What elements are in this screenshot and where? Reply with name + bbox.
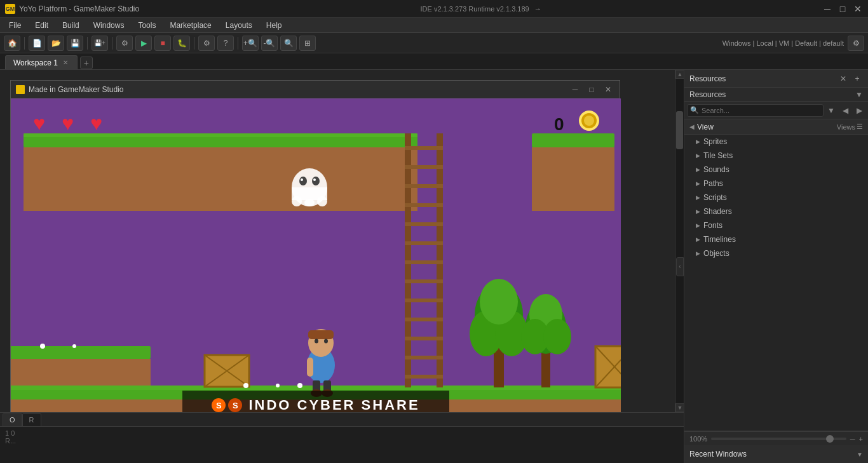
game-window-controls[interactable]: ─ □ ✕ [569, 84, 614, 95]
close-button[interactable]: ✕ [853, 4, 863, 14]
menu-edit[interactable]: Edit [29, 20, 55, 31]
tree-item-tilesets[interactable]: ▶ Tile Sets [684, 149, 868, 163]
recent-windows-title: Recent Windows [689, 450, 747, 459]
maximize-button[interactable]: □ [837, 4, 848, 14]
search-box[interactable]: 🔍 [687, 104, 824, 117]
tree-item-scripts[interactable]: ▶ Scripts [684, 191, 868, 205]
menu-layouts[interactable]: Layouts [219, 20, 259, 31]
zoom-in-button[interactable]: +🔍 [242, 36, 259, 51]
help-button[interactable]: ? [217, 36, 234, 51]
game-window-minimize[interactable]: ─ [569, 84, 581, 95]
svg-rect-3 [24, 133, 417, 137]
scroll-thumb-v[interactable] [676, 111, 683, 149]
resources-panel-header: Resources ✕ + [684, 70, 868, 88]
resources-panel: Resources ✕ + Resources ▼ 🔍 ▼ ◀ ▶ ◀ V [684, 70, 868, 463]
menu-help[interactable]: Help [260, 20, 288, 31]
objects-arrow: ▶ [695, 250, 701, 257]
svg-point-71 [276, 384, 280, 387]
game-window-close[interactable]: ✕ [602, 84, 614, 95]
ide-version: IDE v2.1.3.273 Runtime v2.1.3.189 → [421, 5, 541, 13]
zoom-thumb[interactable] [826, 435, 834, 443]
view-label: View [697, 123, 714, 131]
add-tab-button[interactable]: + [80, 57, 93, 69]
svg-point-74 [72, 344, 76, 348]
views-button[interactable]: Views ☰ [837, 123, 863, 131]
zoom-fit-button[interactable]: ⊞ [299, 36, 316, 51]
new-file-button[interactable]: 📄 [29, 36, 45, 51]
shaders-label: Shaders [703, 207, 863, 216]
svg-point-36 [304, 199, 315, 206]
svg-point-38 [299, 177, 307, 185]
tree-item-sounds[interactable]: ▶ Sounds [684, 163, 868, 177]
bottom-tab-o[interactable]: O [3, 413, 22, 426]
tabs-area: Workspace 1 ✕ + [0, 53, 868, 70]
bottom-tab-r[interactable]: R [22, 413, 41, 426]
zoom-slider[interactable] [711, 438, 846, 440]
recent-windows-header[interactable]: Recent Windows ▼ [684, 445, 868, 463]
game-window-title-text: Made in GameMaker Studio [29, 85, 123, 94]
svg-rect-23 [405, 337, 443, 340]
run-button[interactable]: ▶ [135, 36, 152, 51]
menu-build[interactable]: Build [56, 20, 86, 31]
tree-item-paths[interactable]: ▶ Paths [684, 177, 868, 191]
titlebar-controls[interactable]: ─ □ ✕ [822, 4, 863, 14]
tree-item-sprites[interactable]: ▶ Sprites [684, 135, 868, 149]
game-window-maximize[interactable]: □ [585, 84, 598, 95]
menu-marketplace[interactable]: Marketplace [163, 20, 217, 31]
zoom-reset-button[interactable]: 🔍 [280, 36, 297, 51]
menu-windows[interactable]: Windows [87, 20, 131, 31]
bottom-line-1: 1 0 [5, 429, 679, 437]
workspace-bottom-panel: O R 1 0 R... [0, 412, 684, 463]
menu-tools[interactable]: Tools [132, 20, 162, 31]
minimize-button[interactable]: ─ [822, 4, 832, 14]
search-dropdown-button[interactable]: ▼ [825, 104, 837, 117]
workspace-tab-1[interactable]: Workspace 1 ✕ [5, 55, 78, 69]
tree-item-fonts[interactable]: ▶ Fonts [684, 218, 868, 232]
debug-button[interactable]: 🐛 [173, 36, 190, 51]
view-collapse-arrow: ◀ [689, 123, 695, 130]
scroll-up-button[interactable]: ▲ [675, 70, 684, 79]
search-input[interactable] [702, 107, 820, 114]
environment-selector[interactable]: Windows | Local | VM | Default | default [722, 39, 844, 47]
menu-file[interactable]: File [3, 20, 27, 31]
scroll-track-v [675, 79, 684, 403]
save-all-button[interactable]: 💾+ [92, 36, 108, 51]
settings-gear-button[interactable]: ⚙ [848, 36, 864, 51]
scroll-down-button[interactable]: ▼ [675, 403, 684, 412]
zoom-out-button[interactable]: -🔍 [261, 36, 278, 51]
resources-close-button[interactable]: ✕ [837, 73, 849, 84]
vertical-scrollbar: ▲ ▼ [675, 70, 684, 412]
resources-add-button[interactable]: + [851, 73, 863, 84]
paths-arrow: ▶ [695, 180, 701, 187]
titlebar-send-icon: → [534, 5, 541, 13]
zoom-minus-icon[interactable]: ─ [850, 435, 855, 443]
expand-right-arrow[interactable]: ‹ [676, 257, 684, 276]
svg-rect-14 [405, 165, 443, 169]
fonts-arrow: ▶ [695, 222, 701, 229]
svg-point-46 [324, 339, 328, 344]
open-file-button[interactable]: 📂 [48, 36, 64, 51]
svg-rect-2 [24, 147, 417, 211]
fonts-label: Fonts [703, 221, 863, 230]
svg-point-32 [584, 116, 594, 126]
tree-item-objects[interactable]: ▶ Objects [684, 246, 868, 260]
app-title: YoYo Platform - GameMaker Studio [19, 4, 139, 13]
search-nav-next-button[interactable]: ▶ [853, 104, 865, 117]
menubar: File Edit Build Windows Tools Marketplac… [0, 18, 868, 33]
stop-button[interactable]: ■ [154, 36, 171, 51]
settings-button[interactable]: ⚙ [198, 36, 215, 51]
svg-text:♥: ♥ [90, 112, 102, 135]
svg-point-64 [480, 279, 518, 325]
tab-close-button[interactable]: ✕ [62, 59, 69, 67]
search-nav-prev-button[interactable]: ◀ [839, 104, 851, 117]
resources-collapse-icon[interactable]: ▼ [855, 90, 863, 99]
svg-point-70 [243, 383, 248, 388]
resources-button[interactable]: ⚙ [116, 36, 133, 51]
tree-item-shaders[interactable]: ▶ Shaders [684, 205, 868, 218]
tree-item-timelines[interactable]: ▶ Timelines [684, 232, 868, 246]
home-button[interactable]: 🏠 [4, 36, 20, 51]
zoom-plus-icon[interactable]: + [859, 435, 863, 443]
view-header[interactable]: ◀ View Views ☰ [684, 119, 868, 135]
bottom-line-2: R... [5, 437, 679, 445]
save-button[interactable]: 💾 [67, 36, 83, 51]
